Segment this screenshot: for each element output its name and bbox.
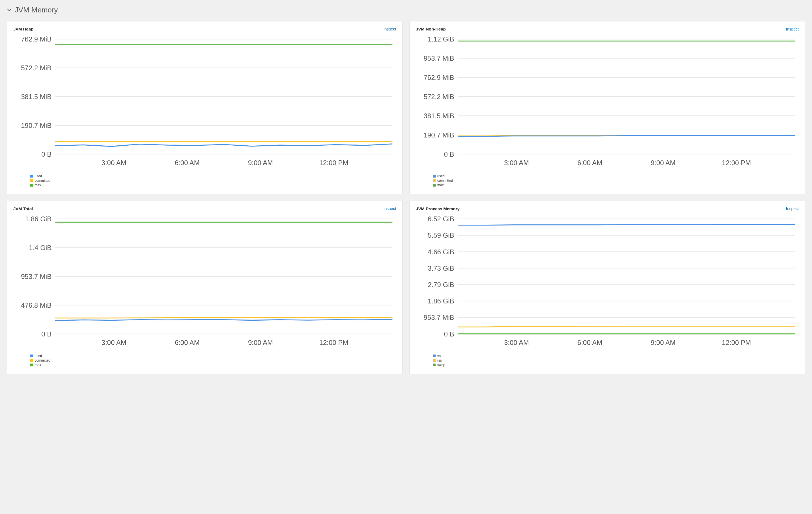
inspect-link[interactable]: Inspect bbox=[786, 27, 799, 31]
y-tick-label: 762.9 MiB bbox=[424, 74, 454, 81]
x-tick-label: 6:00 AM bbox=[577, 339, 602, 346]
legend-swatch bbox=[30, 354, 33, 357]
x-tick-label: 9:00 AM bbox=[651, 159, 675, 166]
series-used bbox=[458, 135, 795, 136]
legend-swatch bbox=[433, 184, 436, 187]
legend-label: vss bbox=[437, 354, 442, 358]
y-tick-label: 1.86 GiB bbox=[428, 297, 454, 305]
panel-title: JVM Process Memory bbox=[416, 206, 460, 211]
legend-label: committed bbox=[35, 358, 50, 362]
panel-title: JVM Non-Heap bbox=[416, 27, 446, 31]
legend-label: max bbox=[35, 183, 41, 187]
legend-item[interactable]: used bbox=[30, 174, 396, 178]
y-tick-label: 1.86 GiB bbox=[25, 215, 52, 223]
chart-jvm-heap: 762.9 MiB572.2 MiB381.5 MiB190.7 MiB0 B3… bbox=[13, 34, 396, 170]
y-tick-label: 0 B bbox=[444, 151, 454, 158]
y-tick-label: 190.7 MiB bbox=[424, 131, 454, 139]
y-tick-label: 381.5 MiB bbox=[424, 112, 454, 120]
chart-jvm-total: 1.86 GiB1.4 GiB953.7 MiB476.8 MiB0 B3:00… bbox=[13, 214, 396, 350]
legend-item[interactable]: committed bbox=[30, 179, 396, 183]
legend-swatch bbox=[433, 175, 436, 178]
y-tick-label: 5.59 GiB bbox=[428, 232, 454, 239]
legend-label: max bbox=[437, 183, 444, 187]
panel-title: JVM Heap bbox=[13, 27, 33, 31]
panel-jvm-total: JVM TotalInspect1.86 GiB1.4 GiB953.7 MiB… bbox=[7, 201, 403, 374]
y-tick-label: 953.7 MiB bbox=[424, 314, 454, 321]
legend-item[interactable]: committed bbox=[433, 179, 799, 183]
panel-header: JVM HeapInspect bbox=[13, 27, 396, 31]
x-tick-label: 3:00 AM bbox=[504, 339, 529, 346]
x-tick-label: 3:00 AM bbox=[102, 339, 126, 346]
chart-jvm-nonheap: 1.12 GiB953.7 MiB762.9 MiB572.2 MiB381.5… bbox=[416, 34, 799, 170]
y-tick-label: 2.79 GiB bbox=[428, 281, 454, 289]
legend: usedcommittedmax bbox=[13, 170, 396, 187]
legend-item[interactable]: max bbox=[433, 183, 799, 187]
x-tick-label: 12:00 PM bbox=[722, 339, 751, 346]
y-tick-label: 0 B bbox=[41, 330, 52, 338]
legend-item[interactable]: used bbox=[30, 354, 396, 358]
inspect-link[interactable]: Inspect bbox=[383, 206, 396, 211]
legend-swatch bbox=[433, 354, 436, 357]
legend-item[interactable]: swap bbox=[433, 363, 799, 367]
legend-item[interactable]: max bbox=[30, 363, 396, 367]
y-tick-label: 476.8 MiB bbox=[21, 301, 51, 309]
panel-jvm-nonheap: JVM Non-HeapInspect1.12 GiB953.7 MiB762.… bbox=[409, 21, 805, 194]
panel-grid: JVM HeapInspect762.9 MiB572.2 MiB381.5 M… bbox=[7, 21, 805, 374]
series-rss bbox=[458, 326, 795, 327]
legend-label: max bbox=[35, 363, 41, 367]
legend-swatch bbox=[433, 363, 436, 367]
y-tick-label: 1.12 GiB bbox=[428, 35, 454, 43]
legend-label: used bbox=[35, 174, 42, 178]
y-tick-label: 4.66 GiB bbox=[428, 248, 454, 256]
legend-item[interactable]: vss bbox=[433, 354, 799, 358]
series-vss bbox=[458, 224, 795, 225]
x-tick-label: 9:00 AM bbox=[248, 159, 273, 166]
legend-label: committed bbox=[437, 179, 453, 183]
legend-swatch bbox=[30, 363, 33, 367]
x-tick-label: 6:00 AM bbox=[175, 339, 200, 346]
y-tick-label: 953.7 MiB bbox=[424, 54, 454, 62]
chart-jvm-process: 6.52 GiB5.59 GiB4.66 GiB3.73 GiB2.79 GiB… bbox=[416, 214, 799, 350]
series-used bbox=[55, 144, 393, 146]
inspect-link[interactable]: Inspect bbox=[786, 206, 799, 211]
series-committed bbox=[55, 318, 393, 318]
x-tick-label: 6:00 AM bbox=[577, 159, 602, 166]
y-tick-label: 190.7 MiB bbox=[21, 121, 51, 129]
legend-swatch bbox=[30, 184, 33, 187]
legend-label: swap bbox=[437, 363, 445, 367]
section-header[interactable]: JVM Memory bbox=[7, 6, 805, 15]
series-used bbox=[55, 319, 393, 320]
legend-label: committed bbox=[35, 179, 50, 183]
legend: vssrssswap bbox=[416, 350, 799, 367]
y-tick-label: 3.73 GiB bbox=[428, 265, 454, 272]
legend-swatch bbox=[433, 359, 436, 362]
legend-item[interactable]: committed bbox=[30, 358, 396, 362]
legend: usedcommittedmax bbox=[416, 170, 799, 187]
legend-label: used bbox=[437, 174, 445, 178]
legend-swatch bbox=[30, 175, 33, 178]
inspect-link[interactable]: Inspect bbox=[383, 27, 396, 31]
x-tick-label: 6:00 AM bbox=[175, 159, 200, 166]
y-tick-label: 762.9 MiB bbox=[21, 35, 51, 43]
y-tick-label: 572.2 MiB bbox=[21, 64, 51, 72]
legend-item[interactable]: max bbox=[30, 183, 396, 187]
y-tick-label: 572.2 MiB bbox=[424, 93, 454, 101]
y-tick-label: 953.7 MiB bbox=[21, 273, 51, 280]
panel-header: JVM Process MemoryInspect bbox=[416, 206, 799, 211]
chevron-down-icon bbox=[7, 8, 12, 13]
legend-item[interactable]: rss bbox=[433, 358, 799, 362]
legend: usedcommittedmax bbox=[13, 350, 396, 367]
panel-header: JVM TotalInspect bbox=[13, 206, 396, 211]
x-tick-label: 3:00 AM bbox=[504, 159, 529, 166]
x-tick-label: 12:00 PM bbox=[722, 159, 751, 166]
legend-swatch bbox=[433, 179, 436, 182]
y-tick-label: 6.52 GiB bbox=[428, 215, 454, 223]
panel-jvm-process: JVM Process MemoryInspect6.52 GiB5.59 Gi… bbox=[409, 201, 805, 374]
y-tick-label: 1.4 GiB bbox=[29, 244, 52, 251]
panel-title: JVM Total bbox=[13, 206, 33, 211]
y-tick-label: 0 B bbox=[444, 330, 454, 338]
section-title: JVM Memory bbox=[14, 6, 58, 15]
y-tick-label: 381.5 MiB bbox=[21, 93, 51, 101]
x-tick-label: 9:00 AM bbox=[651, 339, 675, 346]
legend-item[interactable]: used bbox=[433, 174, 799, 178]
